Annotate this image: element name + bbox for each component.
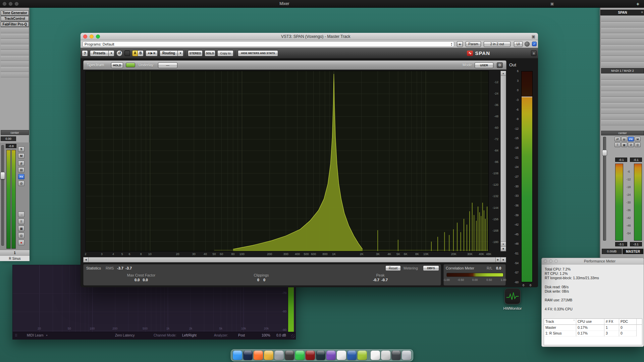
master-track-label[interactable]: MASTER	[623, 249, 643, 254]
empty-insert-slot[interactable]	[601, 97, 644, 103]
empty-insert-slot[interactable]	[1, 56, 29, 61]
minimize-button[interactable]	[90, 35, 94, 39]
table-cell[interactable]: 0.17%	[576, 325, 604, 331]
close-button[interactable]	[3, 2, 6, 6]
monitor-button[interactable]: ◎	[18, 233, 24, 238]
copy-to-button[interactable]: Copy to	[217, 50, 233, 56]
hwmonitor-desktop-icon[interactable]: HWMonitor	[496, 288, 529, 312]
zoom-button[interactable]	[96, 35, 100, 39]
scroll-thumb[interactable]	[501, 76, 506, 242]
dock-icon-16[interactable]	[391, 351, 401, 360]
routing-button[interactable]: →	[18, 212, 24, 217]
io-routing-label[interactable]: MADI 1 / MADI 2	[601, 68, 644, 73]
hwmonitor-icon[interactable]	[504, 288, 521, 304]
plugin-slot[interactable]: TrackControl	[1, 16, 29, 21]
pan-label[interactable]: center	[1, 130, 29, 135]
empty-insert-slot[interactable]	[601, 56, 644, 62]
dock-icon-15[interactable]	[381, 351, 390, 360]
solo-button[interactable]: S	[18, 146, 24, 152]
bypass-knob[interactable]	[525, 42, 530, 47]
phase-invert-button[interactable]: ø	[18, 161, 24, 166]
stepper-icon[interactable]: ▴▾	[451, 42, 452, 46]
master-gain-readout[interactable]: 0.00dB	[602, 249, 622, 254]
param-button[interactable]: Param	[466, 41, 481, 47]
scroll-right-button[interactable]: ▶	[495, 257, 501, 262]
mode-select-button[interactable]: USER	[475, 62, 493, 68]
clip-counters[interactable]: 0 0	[521, 284, 533, 287]
dock-icon-7[interactable]	[295, 351, 305, 360]
close-button[interactable]	[544, 259, 547, 263]
pan-label[interactable]: center	[601, 131, 644, 135]
dock-icon-12[interactable]	[347, 351, 357, 360]
compare-toggle[interactable]	[124, 50, 130, 56]
empty-insert-slot[interactable]	[601, 92, 644, 97]
pan-value[interactable]: 0.00	[1, 136, 16, 141]
routing-dropdown-button[interactable]: ▾	[178, 50, 183, 56]
spectrum-display[interactable]	[86, 71, 489, 251]
dock-icon-trash[interactable]	[402, 351, 411, 360]
dock-icon-9[interactable]	[316, 351, 325, 360]
programs-field[interactable]: Programs: Default ▴▾	[83, 41, 454, 47]
stereo-mode-button[interactable]: STEREO	[188, 50, 203, 56]
table-cell[interactable]: 0.17%	[576, 330, 604, 337]
empty-insert-slot[interactable]	[1, 61, 29, 66]
record-arm-button[interactable]: ●	[18, 240, 24, 245]
io-config-button[interactable]: 2 in 2 out	[484, 41, 511, 47]
table-cell[interactable]: 1	[604, 325, 619, 331]
table-cell[interactable]: 0	[619, 325, 637, 331]
dock-icon-13[interactable]	[358, 351, 367, 360]
scroll-track[interactable]	[89, 257, 495, 262]
fader-handle[interactable]	[0, 172, 5, 179]
rows-button[interactable]: ▤	[621, 137, 627, 141]
matrix-button[interactable]: ▦	[621, 142, 627, 147]
empty-insert-slot[interactable]	[601, 120, 644, 125]
empty-insert-slot[interactable]	[1, 72, 29, 77]
empty-insert-slot[interactable]	[1, 39, 29, 44]
ui-button[interactable]: UI	[514, 41, 523, 47]
empty-insert-slot[interactable]	[601, 22, 644, 27]
track-name[interactable]: R Sinus	[0, 255, 30, 261]
add-program-button[interactable]: +	[457, 41, 463, 47]
output-gain-value[interactable]: 0.0 dB	[276, 334, 286, 337]
hold-button[interactable]: HOLD	[111, 62, 123, 68]
close-button[interactable]	[83, 35, 87, 39]
close-icon[interactable]: ×	[641, 10, 643, 14]
table-cell[interactable]: 0	[619, 330, 637, 337]
window-tile-icon[interactable]: ▣	[550, 2, 554, 6]
fader-handle[interactable]	[602, 150, 607, 156]
empty-insert-slot[interactable]	[601, 16, 644, 22]
spectrum-tab-label[interactable]: Spectrum	[87, 63, 104, 67]
scroll-up-button[interactable]: ▲	[501, 71, 506, 76]
spectrum-color-led[interactable]	[126, 63, 135, 67]
solo-button[interactable]: SOLO	[205, 50, 215, 56]
window-titlebar[interactable]: VST3: SPAN (Voxengo) - Master Track ▣	[80, 33, 538, 40]
empty-insert-slot[interactable]	[1, 50, 29, 55]
ab-slot-b-button[interactable]: B	[138, 50, 144, 56]
zoom-value[interactable]: 100%	[262, 334, 270, 337]
dock-icon-4[interactable]	[264, 351, 273, 360]
sort-caret-icon[interactable]: ˆ	[574, 319, 575, 323]
resize-handle[interactable]	[291, 334, 295, 338]
reset-button[interactable]: Reset	[385, 265, 401, 271]
width-button[interactable]: ▤	[18, 167, 24, 173]
dock-icon-14[interactable]	[371, 351, 380, 360]
track-number[interactable]: 1	[0, 250, 30, 255]
empty-insert-slot[interactable]	[601, 45, 644, 50]
dock-icon-3[interactable]	[254, 351, 263, 360]
active-checkbox[interactable]: ✓	[532, 42, 537, 46]
dock-icon-1[interactable]	[233, 351, 242, 360]
table-cell[interactable]: 3	[604, 330, 619, 337]
dock-icon-5[interactable]	[274, 351, 284, 360]
empty-insert-slot[interactable]	[601, 114, 644, 120]
fx-button[interactable]: FX	[18, 174, 24, 179]
mute-button[interactable]: M	[635, 137, 641, 141]
empty-insert-slot[interactable]	[601, 80, 644, 85]
empty-insert-slot[interactable]	[1, 28, 29, 33]
scroll-down-button[interactable]: ▼	[501, 242, 506, 246]
midi-learn-button[interactable]: MIDI Learn ▾	[27, 334, 47, 337]
plugin-slot[interactable]: Tone Generator	[1, 10, 29, 16]
empty-insert-slot[interactable]	[601, 51, 644, 56]
a-to-b-copy-button[interactable]: A ▶ B	[146, 50, 158, 56]
horizontal-scrollbar[interactable]: ◀ ▶ ◆	[83, 257, 506, 262]
empty-insert-slot[interactable]	[601, 74, 644, 80]
